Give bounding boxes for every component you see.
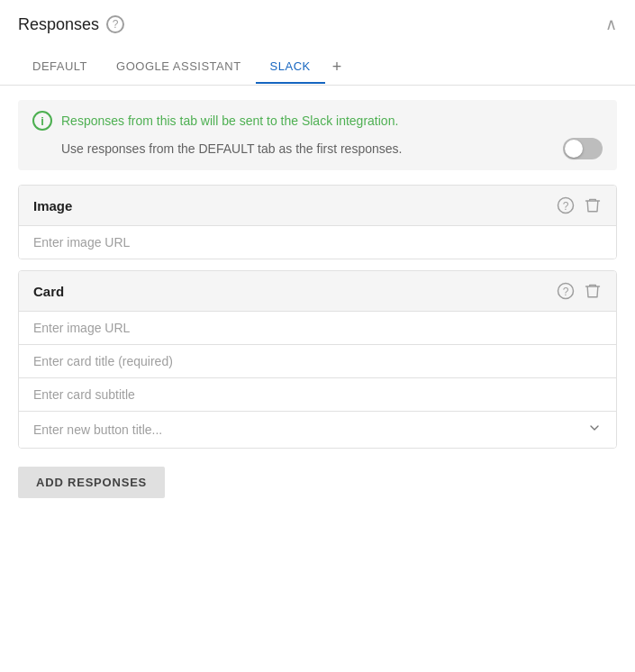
card-block-title: Card xyxy=(33,284,64,299)
tab-add-icon[interactable]: + xyxy=(325,49,349,86)
info-toggle-row: Use responses from the DEFAULT tab as th… xyxy=(32,138,603,159)
default-tab-toggle[interactable] xyxy=(563,138,603,159)
collapse-icon[interactable]: ∧ xyxy=(605,14,617,34)
header-help-icon[interactable]: ? xyxy=(106,15,124,33)
info-banner: i Responses from this tab will be sent t… xyxy=(18,100,617,170)
card-block-delete-icon[interactable] xyxy=(584,282,602,300)
tab-slack[interactable]: SLACK xyxy=(256,50,325,84)
info-message: Responses from this tab will be sent to … xyxy=(61,114,398,128)
image-card-help-icon[interactable]: ? xyxy=(557,196,575,214)
svg-text:?: ? xyxy=(563,286,569,298)
cards-area: Image ? Enter image URL Ca xyxy=(0,185,635,449)
page-title: Responses xyxy=(18,15,99,34)
button-title-chevron-icon xyxy=(587,421,602,439)
image-card-delete-icon[interactable] xyxy=(584,196,602,214)
page-header: Responses ? ∧ xyxy=(0,0,635,34)
info-message-row: i Responses from this tab will be sent t… xyxy=(32,111,603,131)
card-block-help-icon[interactable]: ? xyxy=(557,282,575,300)
toggle-knob xyxy=(565,140,583,158)
card-button-title-field[interactable]: Enter new button title... xyxy=(19,412,616,448)
image-card: Image ? Enter image URL xyxy=(18,185,617,259)
image-url-field[interactable]: Enter image URL xyxy=(19,226,616,259)
info-icon: i xyxy=(32,111,52,131)
card-title-field[interactable]: Enter card title (required) xyxy=(19,345,616,378)
image-card-title: Image xyxy=(33,198,72,213)
header-left: Responses ? xyxy=(18,15,124,34)
card-block-icons: ? xyxy=(557,282,602,300)
card-block-header: Card ? xyxy=(19,271,616,312)
card-image-url-field[interactable]: Enter image URL xyxy=(19,312,616,345)
tabs-bar: DEFAULT GOOGLE ASSISTANT SLACK + xyxy=(0,49,635,86)
card-block: Card ? Enter image URL Enter card ti xyxy=(18,270,617,449)
svg-text:?: ? xyxy=(563,200,569,213)
add-responses-section: ADD RESPONSES xyxy=(0,449,635,516)
image-card-header: Image ? xyxy=(19,186,616,226)
card-subtitle-field[interactable]: Enter card subtitle xyxy=(19,378,616,412)
image-card-icons: ? xyxy=(557,196,602,214)
tab-default[interactable]: DEFAULT xyxy=(18,50,102,84)
add-responses-button[interactable]: ADD RESPONSES xyxy=(18,467,165,498)
tab-google-assistant[interactable]: GOOGLE ASSISTANT xyxy=(102,50,256,84)
info-toggle-label: Use responses from the DEFAULT tab as th… xyxy=(61,141,402,156)
